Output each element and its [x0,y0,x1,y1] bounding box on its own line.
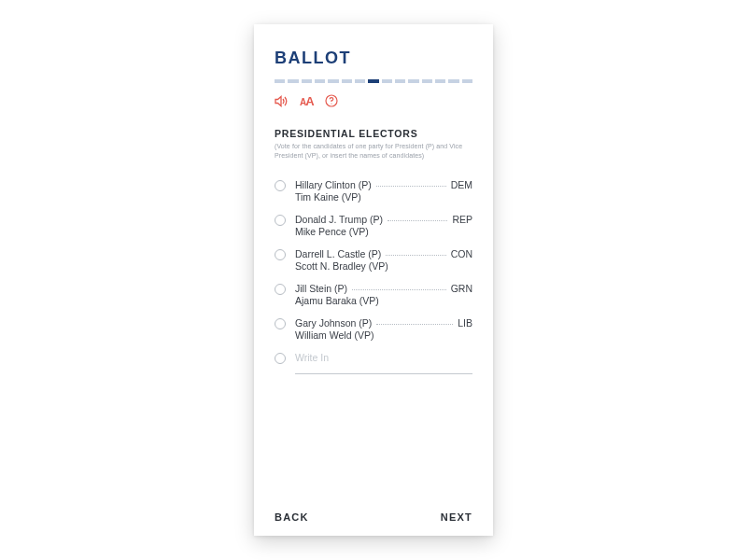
progress-segment [435,79,445,83]
section-subtext: (Vote for the candidates of one party fo… [275,142,472,161]
section-heading: PRESIDENTIAL ELECTORS [275,128,472,139]
progress-segment [395,79,405,83]
write-in-body: Write In [295,352,472,374]
radio-icon[interactable] [275,215,286,226]
party-abbrev: LIB [458,317,472,329]
candidate-option[interactable]: Hillary Clinton (P)DEMTim Kaine (VP) [275,174,472,208]
vp-name: Mike Pence (VP) [295,226,472,237]
progress-segment [382,79,392,83]
candidate-body: Gary Johnson (P)LIBWilliam Weld (VP) [295,317,472,341]
leader-dots [352,289,446,290]
candidate-body: Donald J. Trump (P)REPMike Pence (VP) [295,214,472,237]
progress-segment [462,79,472,83]
write-in-line[interactable] [295,372,472,374]
radio-icon[interactable] [275,318,286,329]
progress-segment [302,79,312,83]
candidate-body: Hillary Clinton (P)DEMTim Kaine (VP) [295,179,472,203]
party-abbrev: REP [452,214,472,225]
footer-nav: BACK NEXT [275,502,472,523]
vp-name: Ajamu Baraka (VP) [295,295,472,306]
candidate-list: Hillary Clinton (P)DEMTim Kaine (VP)Dona… [275,174,472,380]
party-abbrev: DEM [451,179,472,190]
svg-point-1 [331,103,331,104]
help-icon[interactable] [325,94,338,107]
progress-segment [355,79,365,83]
president-name: Darrell L. Castle (P) [295,248,381,259]
party-abbrev: CON [451,248,472,259]
back-button[interactable]: BACK [275,511,309,523]
president-name: Donald J. Trump (P) [295,214,383,225]
party-abbrev: GRN [451,283,472,294]
radio-icon[interactable] [275,180,286,191]
vp-name: Tim Kaine (VP) [295,191,472,203]
radio-icon[interactable] [275,284,286,295]
progress-segment [408,79,418,83]
write-in-label: Write In [295,352,329,363]
text-size-icon[interactable]: AA [300,95,314,107]
next-button[interactable]: NEXT [441,511,472,523]
candidate-body: Darrell L. Castle (P)CONScott N. Bradley… [295,248,472,272]
progress-segment [422,79,432,83]
progress-bar [275,79,472,83]
president-name: Hillary Clinton (P) [295,179,372,190]
vp-name: William Weld (VP) [295,329,472,341]
vp-name: Scott N. Bradley (VP) [295,260,472,272]
leader-dots [386,255,445,256]
ballot-card: BALLOT AA PRESIDENTIAL ELECTORS (Vote fo… [254,24,493,536]
candidate-option[interactable]: Gary Johnson (P)LIBWilliam Weld (VP) [275,312,472,346]
audio-icon[interactable] [275,95,289,107]
president-name: Jill Stein (P) [295,283,347,294]
candidate-body: Jill Stein (P)GRNAjamu Baraka (VP) [295,283,472,306]
leader-dots [388,220,447,221]
toolbar: AA [275,94,472,107]
progress-segment [342,79,352,83]
progress-segment [328,79,338,83]
president-name: Gary Johnson (P) [295,317,372,329]
candidate-option[interactable]: Donald J. Trump (P)REPMike Pence (VP) [275,208,472,243]
page-title: BALLOT [275,49,472,68]
progress-segment [275,79,285,83]
leader-dots [376,324,453,325]
candidate-option[interactable]: Jill Stein (P)GRNAjamu Baraka (VP) [275,277,472,312]
progress-segment [315,79,325,83]
candidate-option[interactable]: Darrell L. Castle (P)CONScott N. Bradley… [275,243,472,277]
write-in-option[interactable]: Write In [275,346,472,380]
progress-segment [368,79,378,83]
progress-segment [448,79,458,83]
leader-dots [376,186,446,187]
progress-segment [288,79,298,83]
radio-icon[interactable] [275,353,286,364]
radio-icon[interactable] [275,249,286,260]
